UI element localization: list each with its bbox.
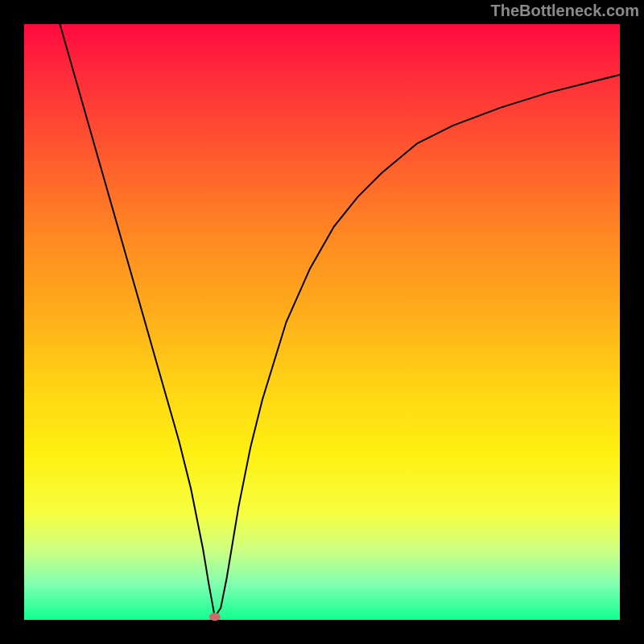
chart-plot-area [24,24,620,620]
curve-line [60,24,620,617]
chart-svg [24,24,620,620]
minimum-marker [209,613,221,621]
watermark-text: TheBottleneck.com [491,2,639,20]
